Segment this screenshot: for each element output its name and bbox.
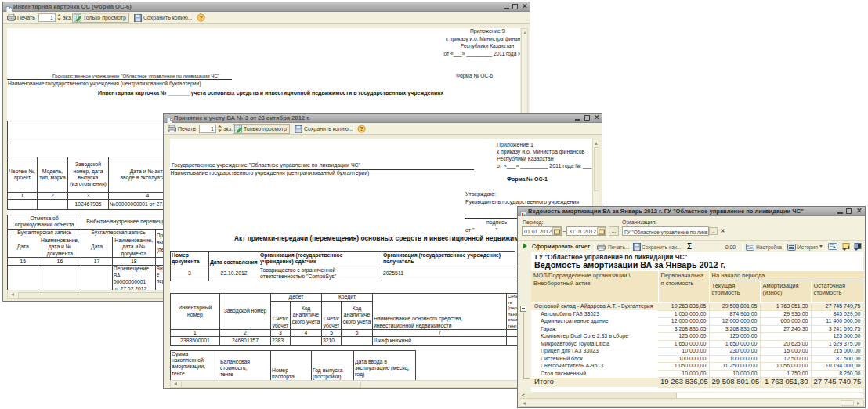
svg-text:?: ? <box>199 14 203 21</box>
svg-text:?: ? <box>360 125 363 132</box>
